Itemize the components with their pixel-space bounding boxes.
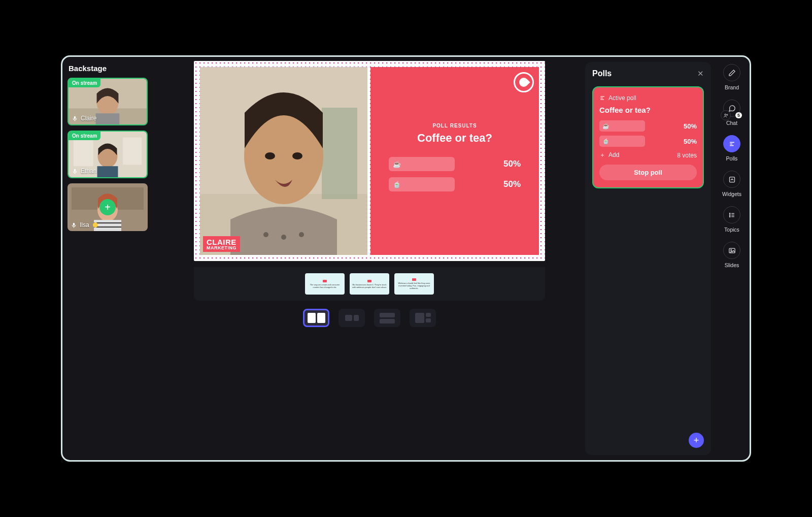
active-poll-card: Active poll Coffee or tea? ☕ 50% 🍵 50% ＋… xyxy=(592,86,704,188)
svg-point-21 xyxy=(263,232,268,237)
coffee-icon: ☕ xyxy=(602,123,610,130)
slide-text: The way we create and consume content ha… xyxy=(307,283,343,288)
chat-icon: 5 xyxy=(723,100,740,117)
active-poll-question: Coffee or tea? xyxy=(599,106,697,114)
poll-subtitle: POLL RESULTS xyxy=(432,123,477,128)
svg-point-34 xyxy=(729,214,730,215)
slide-text: But businesses haven't. They're stuck wi… xyxy=(351,283,388,288)
poll-option-row[interactable]: 🍵 50% xyxy=(599,136,697,147)
new-poll-button[interactable]: + xyxy=(689,433,704,448)
layout-grid-button[interactable] xyxy=(410,309,436,327)
slide-thumbnail[interactable]: The way we create and consume content ha… xyxy=(305,273,345,295)
on-stream-badge: On stream xyxy=(69,132,100,140)
speaker-nametag: CLAIRE MARKETING xyxy=(203,236,240,252)
active-poll-label: Active poll xyxy=(608,94,636,102)
participant-tile-ilsa[interactable]: + Ilsa xyxy=(67,183,148,231)
rail-item-polls[interactable]: Polls xyxy=(723,135,740,161)
rail-label: Slides xyxy=(725,262,739,268)
mic-icon xyxy=(71,222,77,229)
svg-point-19 xyxy=(265,152,275,159)
chat-badge: 5 xyxy=(735,112,742,118)
poll-option-row: 🍵 50% xyxy=(389,177,521,191)
brand-logo-icon xyxy=(514,72,534,92)
layout-switcher xyxy=(303,309,436,327)
rail-label: Chat xyxy=(726,120,737,126)
backstage-panel: Backstage On stream Claire On stream Eth… xyxy=(62,57,154,460)
poll-option-row: ☕ 50% xyxy=(389,157,521,171)
stop-poll-button[interactable]: Stop poll xyxy=(599,165,697,180)
speaker-role: MARKETING xyxy=(207,246,236,250)
svg-point-27 xyxy=(724,114,726,115)
add-option-button[interactable]: ＋Add xyxy=(599,151,619,159)
svg-rect-32 xyxy=(729,177,734,182)
poll-option-bar: ☕ xyxy=(389,157,455,171)
participant-name: Ilsa xyxy=(80,221,89,229)
slide-text: Webinars should feel like they were inve… xyxy=(396,282,432,289)
polls-panel: Polls ✕ Active poll Coffee or tea? ☕ 50%… xyxy=(585,62,711,455)
layout-split-button[interactable] xyxy=(303,309,329,327)
poll-option-pct: 50% xyxy=(503,179,521,189)
rail-item-slides[interactable]: Slides xyxy=(723,242,740,268)
rail-label: Polls xyxy=(726,155,738,161)
slide-thumbnail[interactable]: Webinars should feel like they were inve… xyxy=(394,273,434,295)
svg-point-28 xyxy=(726,114,727,115)
participant-name: Claire xyxy=(81,115,96,122)
rail-item-chat[interactable]: 5 Chat xyxy=(723,100,740,126)
on-stream-badge: On stream xyxy=(69,79,100,87)
participant-name: Ethan xyxy=(81,168,96,175)
participant-tile-claire[interactable]: On stream Claire xyxy=(67,78,148,125)
svg-point-33 xyxy=(729,213,730,214)
poll-option-pct: 50% xyxy=(684,122,697,130)
stage-canvas[interactable]: CLAIRE MARKETING POLL RESULTS Coffee or … xyxy=(194,61,545,261)
close-panel-button[interactable]: ✕ xyxy=(697,69,704,78)
poll-option-bar: ☕ xyxy=(599,120,645,132)
slide-thumbnails: The way we create and consume content ha… xyxy=(194,267,545,301)
rail-label: Topics xyxy=(724,227,739,233)
list-icon xyxy=(723,206,740,223)
svg-point-35 xyxy=(729,216,730,217)
slide-thumbnail[interactable]: But businesses haven't. They're stuck wi… xyxy=(350,273,389,295)
rail-item-brand[interactable]: Brand xyxy=(723,64,740,90)
poll-question: Coffee or tea? xyxy=(417,132,492,145)
tea-icon: 🍵 xyxy=(393,181,401,188)
status-away-icon xyxy=(93,222,98,228)
votes-count: 8 votes xyxy=(677,152,697,159)
svg-rect-3 xyxy=(96,113,120,125)
sidebar-rail: Brand 5 Chat Polls Widgets Topics Slides xyxy=(714,57,750,460)
svg-point-40 xyxy=(730,249,731,250)
layout-focus-button[interactable] xyxy=(374,309,400,327)
poll-option-row[interactable]: ☕ 50% xyxy=(599,120,697,132)
svg-point-22 xyxy=(281,235,286,240)
mic-icon xyxy=(72,168,78,175)
svg-point-23 xyxy=(299,232,304,237)
add-option-label: Add xyxy=(608,151,619,158)
panel-title: Polls xyxy=(592,69,704,78)
poll-option-bar: 🍵 xyxy=(599,136,645,147)
rail-item-widgets[interactable]: Widgets xyxy=(722,171,741,197)
poll-icon xyxy=(723,135,740,152)
rail-item-topics[interactable]: Topics xyxy=(723,206,740,233)
poll-overlay: POLL RESULTS Coffee or tea? ☕ 50% 🍵 50% xyxy=(370,67,539,255)
poll-option-pct: 50% xyxy=(684,138,697,145)
backstage-title: Backstage xyxy=(67,64,149,73)
svg-rect-6 xyxy=(123,138,142,165)
svg-rect-17 xyxy=(322,108,357,199)
add-to-stream-button[interactable]: + xyxy=(99,199,116,215)
stage-area: CLAIRE MARKETING POLL RESULTS Coffee or … xyxy=(154,57,585,460)
app-window: Backstage On stream Claire On stream Eth… xyxy=(61,55,751,462)
speaker-video-tile[interactable]: CLAIRE MARKETING xyxy=(200,67,367,255)
pencil-icon xyxy=(723,64,740,81)
layout-pip-button[interactable] xyxy=(339,309,365,327)
poll-option-pct: 50% xyxy=(503,159,521,169)
speaker-name: CLAIRE xyxy=(207,238,236,246)
participant-tile-ethan[interactable]: On stream Ethan xyxy=(67,131,148,178)
active-poll-header: Active poll xyxy=(599,94,697,102)
coffee-icon: ☕ xyxy=(393,160,401,168)
mic-icon xyxy=(72,115,78,122)
widget-icon xyxy=(723,171,740,188)
svg-rect-5 xyxy=(74,137,93,166)
rail-label: Widgets xyxy=(722,191,741,197)
poll-icon xyxy=(599,95,605,101)
svg-rect-12 xyxy=(94,220,121,231)
svg-rect-8 xyxy=(97,166,118,178)
